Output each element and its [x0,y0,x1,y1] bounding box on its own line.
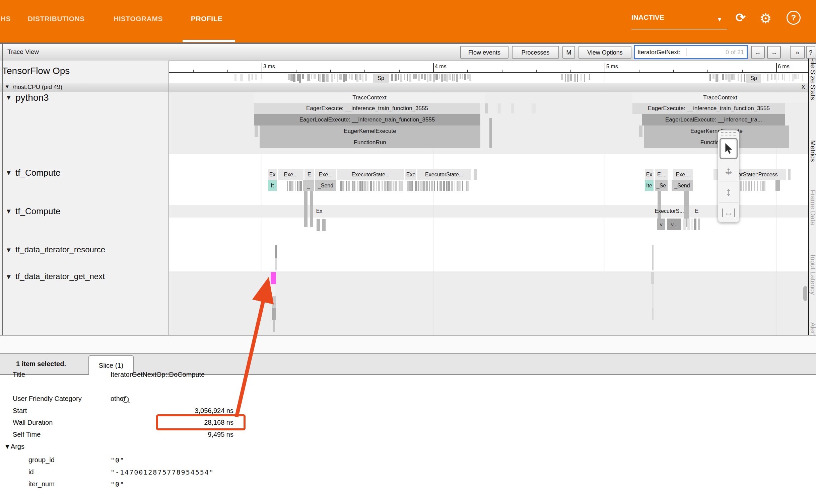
trace-slice--se[interactable]: _Se [655,180,668,191]
trace-slice[interactable] [498,103,501,113]
trace-slice[interactable] [271,284,275,296]
sidebar-tab-input-latency[interactable]: Input Latency [809,255,816,295]
m-button[interactable]: M [562,46,575,59]
palette-drag-handle[interactable] [721,132,736,134]
track-label-tf-data-iterator-resource[interactable]: tf_data_iterator_resource [15,245,105,254]
trace-slice-e[interactable]: E [693,207,701,216]
trace-slice[interactable] [322,219,326,231]
collapse-triangle-icon[interactable]: ▼ [5,94,12,101]
trace-slice-functionrun[interactable]: FunctionRun [644,137,789,148]
vertical-scrollbar[interactable] [803,286,807,301]
collapse-triangle-icon[interactable]: ▼ [5,246,12,254]
trace-slice[interactable] [775,180,780,191]
track-label-tf-data-iterator-get-next[interactable]: tf_data_iterator_get_next [15,272,105,281]
sidebar-tab-file-size-stats[interactable]: File Size Stats [809,57,816,100]
trace-slice[interactable] [788,169,791,180]
trace-slice-e[interactable]: E [304,169,314,180]
sidebar-tab-metrics[interactable]: Metrics [809,140,816,162]
view-options-button[interactable]: View Options [579,46,631,59]
trace-slice[interactable] [474,169,477,180]
help-button[interactable]: ? [806,46,815,59]
trace-slice[interactable] [532,103,536,113]
trace-slice-eagerexecute-inference-train-function-3555[interactable]: EagerExecute: __inference_train_function… [254,103,480,114]
trace-slice[interactable] [485,103,488,113]
collapse-triangle-icon[interactable]: ▼ [5,207,12,215]
zoom-tool[interactable]: ↕ [720,182,738,201]
pan-tool[interactable]: ↔↕ [720,161,738,180]
trace-slice--send[interactable]: _Send [315,180,336,191]
top-tab-profile[interactable]: PROFILE [191,15,223,23]
trace-slice-executorstate-[interactable]: ExecutorState... [417,169,471,180]
trace-slice[interactable] [275,245,277,258]
trace-slice[interactable] [275,258,277,270]
more-button[interactable]: » [790,46,805,59]
args-section-toggle[interactable]: ▼Args [4,443,24,450]
processes-button[interactable]: Processes [512,46,559,59]
flow-events-button[interactable]: Flow events [460,46,508,59]
trace-slice[interactable] [683,219,686,230]
process-header-row[interactable]: ▼ /host:CPU (pid 49) X [0,83,811,92]
prev-result-button[interactable]: ← [751,46,765,59]
trace-slice-exe-[interactable]: Exe... [278,169,303,180]
trace-slice--[interactable]: _ [303,180,314,191]
select-tool[interactable] [720,138,738,159]
trace-slice[interactable] [272,308,276,320]
trace-slice-v-[interactable]: v... [667,219,681,230]
trace-slice[interactable] [317,219,320,231]
track-label-tf-compute-1[interactable]: tf_Compute [15,168,60,178]
close-icon[interactable]: X [801,84,805,91]
run-selector[interactable]: INACTIVE ▼ [631,13,727,29]
trace-slice[interactable] [272,296,276,308]
trace-slice-exe-[interactable]: Exe... [673,169,693,180]
trace-slice[interactable] [698,219,700,230]
trace-slice-exe[interactable]: Exe [405,169,416,180]
trace-slice-ex[interactable]: Ex [314,207,324,216]
trace-slice-v[interactable]: v [657,219,665,230]
trace-slice-tracecontext[interactable]: TraceContext [254,93,485,103]
trace-slice-eagerkernelexecute[interactable]: EagerKernelExecute [260,125,480,137]
help-icon[interactable]: ? [787,11,801,25]
refresh-icon[interactable]: ⟳ [736,11,746,25]
trace-slice[interactable] [652,308,654,320]
trace-slice-eagerlocalexecute-inference-tra-[interactable]: EagerLocalExecute: __inference_tra... [642,114,785,125]
trace-slice[interactable] [273,320,275,332]
collapse-triangle-icon[interactable]: ▼ [5,273,12,281]
trace-slice-executorstate-[interactable]: ExecutorState... [337,169,404,180]
trace-slice-sp[interactable]: Sp [373,74,389,83]
trace-slice[interactable] [652,284,654,308]
trace-slice[interactable] [489,118,492,148]
search-input[interactable]: IteratorGetNext: 0 of 21 [634,45,748,59]
top-tab-hs[interactable]: HS [1,15,11,23]
top-tab-histograms[interactable]: HISTOGRAMS [114,15,163,23]
collapse-triangle-icon[interactable]: ▼ [5,169,12,177]
trace-slice-ite[interactable]: Ite [645,180,654,191]
top-tab-distributions[interactable]: DISTRIBUTIONS [28,15,85,23]
trace-slice-eagerexecute-inference-train-function-3555[interactable]: EagerExecute: __inference_train_function… [632,103,785,114]
trace-slice-sp[interactable]: Sp [746,74,761,83]
trace-slice[interactable] [310,191,313,227]
trace-slice[interactable] [694,219,696,230]
trace-slice-eagerkernelexecute[interactable]: EagerKernelExecute [644,125,789,137]
trace-slice[interactable] [639,125,642,137]
trace-slice--send[interactable]: _Send [672,180,693,191]
trace-slice[interactable] [271,272,276,284]
trace-slice-functionrun[interactable]: FunctionRun [260,137,480,148]
settings-gear-icon[interactable]: ⚙ [760,11,772,26]
trace-slice[interactable] [652,245,654,270]
trace-slice-exe-[interactable]: Exe... [315,169,336,180]
timing-tool[interactable]: ↔ [720,203,738,223]
track-label-python3[interactable]: python3 [15,92,49,103]
next-result-button[interactable]: → [767,46,781,59]
trace-slice-it[interactable]: It [268,180,277,191]
collapse-triangle-icon[interactable]: ▼ [5,84,10,89]
trace-slice-eagerlocalexecute-inference-train-function-3555[interactable]: EagerLocalExecute: __inference_train_fun… [254,114,480,125]
track-label-tf-compute-2[interactable]: tf_Compute [15,206,60,217]
trace-slice[interactable] [691,219,693,230]
trace-slice-e-[interactable]: E... [655,169,668,180]
trace-slice[interactable] [511,103,514,113]
trace-slice[interactable] [687,219,690,230]
sidebar-tab-frame-data[interactable]: Frame Data [809,190,816,225]
trace-slice-tracecontext[interactable]: TraceContext [632,93,808,103]
trace-slice-ex[interactable]: Ex [645,169,654,180]
trace-slice-ex[interactable]: Ex [268,169,277,180]
